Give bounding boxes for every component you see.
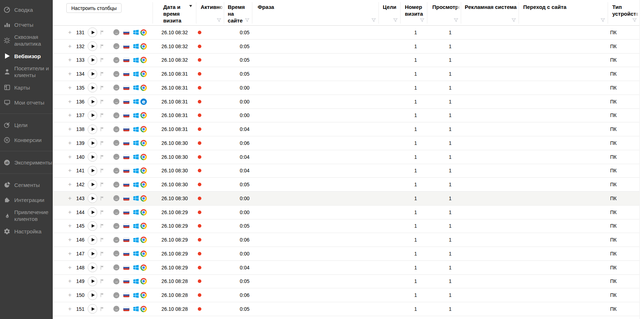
- play-visit-button[interactable]: [88, 235, 97, 245]
- play-visit-button[interactable]: [88, 263, 97, 272]
- sidebar-item-posetiteli-i-klienty[interactable]: Посетители и клиенты: [0, 64, 53, 80]
- sidebar-item-otchety[interactable]: Отчеты: [0, 17, 53, 32]
- expand-button[interactable]: [67, 178, 73, 191]
- expand-button[interactable]: [67, 122, 73, 136]
- play-visit-button[interactable]: [88, 249, 97, 258]
- play-visit-button[interactable]: [88, 27, 97, 37]
- flag-icon[interactable]: [100, 54, 105, 67]
- expand-button[interactable]: [67, 81, 73, 95]
- flag-icon[interactable]: [100, 164, 105, 178]
- expand-button[interactable]: [67, 40, 73, 53]
- flag-icon[interactable]: [100, 26, 105, 39]
- column-header-phrase[interactable]: Фраза: [252, 2, 378, 24]
- sidebar-item-vebvizor[interactable]: Вебвизор: [0, 49, 53, 64]
- filter-icon[interactable]: [511, 18, 516, 22]
- play-visit-button[interactable]: [88, 277, 97, 286]
- expand-button[interactable]: [67, 150, 73, 164]
- goto-page-icon[interactable]: [113, 122, 119, 136]
- play-visit-button[interactable]: [88, 304, 97, 314]
- goto-page-icon[interactable]: [113, 95, 119, 108]
- expand-button[interactable]: [67, 26, 73, 39]
- goto-page-icon[interactable]: [113, 288, 119, 302]
- filter-icon[interactable]: [245, 18, 249, 22]
- flag-icon[interactable]: [100, 178, 105, 191]
- goto-page-icon[interactable]: [113, 261, 119, 274]
- expand-button[interactable]: [67, 233, 73, 247]
- column-header-goals[interactable]: Цели: [378, 2, 400, 24]
- goto-page-icon[interactable]: [113, 54, 119, 67]
- column-header-visit_number[interactable]: Номер визита: [400, 2, 427, 24]
- flag-icon[interactable]: [100, 275, 105, 288]
- goto-page-icon[interactable]: [113, 81, 119, 95]
- goto-page-icon[interactable]: [113, 219, 119, 233]
- sidebar-item-skvoznaya-analitika[interactable]: Сквозная аналитика: [0, 32, 53, 49]
- play-visit-button[interactable]: [88, 290, 97, 300]
- goto-page-icon[interactable]: [113, 233, 119, 247]
- goto-page-icon[interactable]: [113, 247, 119, 260]
- expand-button[interactable]: [67, 206, 73, 219]
- sidebar-item-segmenty[interactable]: Сегменты: [0, 177, 53, 192]
- flag-icon[interactable]: [100, 261, 105, 274]
- sort-desc-icon[interactable]: [189, 5, 192, 7]
- goto-page-icon[interactable]: [113, 192, 119, 205]
- column-header-time_on_site[interactable]: Время на сайте: [224, 2, 252, 24]
- column-header-site_referrer[interactable]: Переход с сайта: [519, 2, 608, 24]
- column-header-ad_system[interactable]: Рекламная система: [461, 2, 519, 24]
- play-visit-button[interactable]: [88, 55, 97, 65]
- sidebar-item-eksperimenty[interactable]: ab Эксперименты: [0, 155, 53, 170]
- flag-icon[interactable]: [100, 150, 105, 164]
- expand-button[interactable]: [67, 288, 73, 302]
- expand-button[interactable]: [67, 275, 73, 288]
- sidebar-item-privlechenie-klientov[interactable]: Привлечение клиентов: [0, 207, 53, 224]
- play-visit-button[interactable]: [88, 180, 97, 189]
- expand-button[interactable]: [67, 136, 73, 150]
- expand-button[interactable]: [67, 261, 73, 274]
- flag-icon[interactable]: [100, 67, 105, 81]
- flag-icon[interactable]: [100, 192, 105, 205]
- filter-icon[interactable]: [420, 18, 424, 22]
- expand-button[interactable]: [67, 67, 73, 81]
- play-visit-button[interactable]: [88, 97, 97, 106]
- play-visit-button[interactable]: [88, 166, 97, 176]
- expand-button[interactable]: [67, 247, 73, 260]
- flag-icon[interactable]: [100, 81, 105, 95]
- expand-button[interactable]: [67, 302, 73, 316]
- filter-icon[interactable]: [371, 18, 376, 22]
- play-visit-button[interactable]: [88, 152, 97, 162]
- sidebar-item-moi-otchety[interactable]: Мои отчеты: [0, 95, 53, 110]
- flag-icon[interactable]: [100, 219, 105, 233]
- goto-page-icon[interactable]: [113, 178, 119, 191]
- flag-icon[interactable]: [100, 40, 105, 53]
- play-visit-button[interactable]: [88, 138, 97, 148]
- play-visit-button[interactable]: [88, 69, 97, 79]
- goto-page-icon[interactable]: [113, 136, 119, 150]
- play-visit-button[interactable]: [88, 193, 97, 203]
- play-visit-button[interactable]: [88, 207, 97, 217]
- goto-page-icon[interactable]: [113, 275, 119, 288]
- sidebar-item-karty[interactable]: Карты: [0, 80, 53, 95]
- goto-page-icon[interactable]: [113, 26, 119, 39]
- goto-page-icon[interactable]: [113, 109, 119, 122]
- filter-icon[interactable]: [393, 18, 398, 22]
- goto-page-icon[interactable]: [113, 67, 119, 81]
- flag-icon[interactable]: [100, 122, 105, 136]
- flag-icon[interactable]: [100, 247, 105, 260]
- sidebar-item-tseli[interactable]: Цели: [0, 117, 53, 132]
- flag-icon[interactable]: [100, 95, 105, 108]
- filter-icon[interactable]: [601, 18, 605, 22]
- goto-page-icon[interactable]: [113, 40, 119, 53]
- filter-icon[interactable]: [217, 18, 221, 22]
- column-header-date[interactable]: Дата и время визита: [153, 2, 196, 24]
- flag-icon[interactable]: [100, 206, 105, 219]
- column-header-views[interactable]: Просмотры: [427, 2, 461, 24]
- expand-button[interactable]: [67, 192, 73, 205]
- play-visit-button[interactable]: [88, 111, 97, 120]
- expand-button[interactable]: [67, 54, 73, 67]
- filter-icon[interactable]: [632, 18, 637, 22]
- goto-page-icon[interactable]: [113, 150, 119, 164]
- sidebar-item-integratsii[interactable]: Интеграции: [0, 192, 53, 207]
- play-visit-button[interactable]: [88, 125, 97, 134]
- expand-button[interactable]: [67, 219, 73, 233]
- sidebar-item-svodka[interactable]: Сводка: [0, 2, 53, 17]
- play-visit-button[interactable]: [88, 41, 97, 51]
